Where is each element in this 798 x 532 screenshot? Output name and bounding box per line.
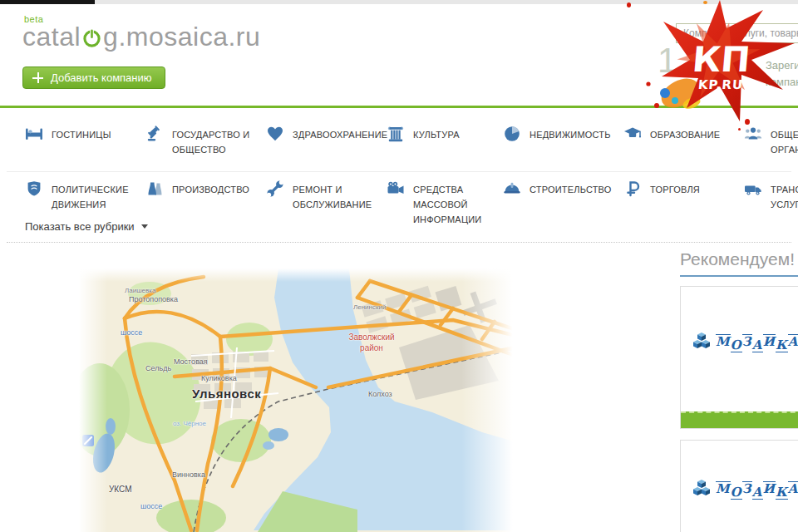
mozaika-logo: МОЗАИКА (691, 477, 798, 504)
dotted-divider (7, 242, 791, 243)
video-camera-icon (387, 180, 405, 198)
category-item-education[interactable]: ОБРАЗОВАНИЕ (623, 125, 735, 143)
city-map[interactable]: Лаишевка Протопоповка шоссе Сельдь Мосто… (79, 268, 520, 532)
bed-icon (25, 125, 43, 143)
map-label-settlement: УКСМ (109, 485, 132, 494)
heart-icon (266, 125, 284, 143)
map-label-settlement: Винновка (172, 470, 205, 479)
show-all-rubrics-link[interactable]: Показать все рубрики (25, 220, 148, 233)
banner-green-strip (681, 411, 798, 428)
category-item-hotels[interactable]: ГОСТИНИЦЫ (25, 125, 136, 143)
category-label: ГОСТИНИЦЫ (52, 125, 136, 143)
gavel-icon (145, 125, 164, 143)
recommend-banner-1[interactable]: МОЗАИКА (680, 286, 798, 429)
map-label-settlement: Мостовая (174, 357, 208, 366)
kp-watermark-text: КП (691, 39, 752, 80)
site-logo[interactable]: catal g.mosaica.ru (22, 23, 260, 50)
show-all-label: Показать все рубрики (25, 220, 135, 233)
category-label: ЗДРАВООХРАНЕНИЕ (293, 125, 377, 143)
category-item-repair[interactable]: РЕМОНТ И ОБСЛУЖИВАНИЕ (266, 180, 377, 212)
category-item-culture[interactable]: КУЛЬТУРА (387, 125, 513, 143)
add-company-label: Добавить компанию (51, 71, 152, 84)
map-canvas (79, 268, 520, 532)
category-item-production[interactable]: ПРОИЗВОДСТВО (145, 180, 257, 198)
mozaika-logo-text: МОЗАИКА (716, 483, 798, 498)
category-label: СТРОИТЕЛЬСТВО (530, 180, 614, 198)
map-label-lake: оз. Чёрное (173, 420, 206, 427)
category-item-healthcare[interactable]: ЗДРАВООХРАНЕНИЕ (266, 125, 377, 143)
map-label-district: Ленинский (353, 303, 386, 311)
category-label: ТОРГОВЛЯ (650, 180, 735, 198)
category-label: КУЛЬТУРА (413, 125, 513, 143)
recommend-banner-2[interactable]: МОЗАИКА (680, 440, 798, 532)
registered-count: 1 (658, 43, 677, 78)
map-label-road: шоссе (140, 502, 162, 510)
map-label-settlement: Колхоз (368, 390, 392, 398)
recommend-underline (680, 275, 798, 277)
page: beta catal g.mosaica.ru Добавить компани… (0, 0, 798, 532)
header-divider (0, 106, 798, 108)
logo-text-right: g.mosaica.ru (103, 23, 260, 50)
category-label: ПОЛИТИЧЕСКИЕ ДВИЖЕНИЯ (52, 180, 136, 212)
kpru-watermark-text: KP.RU (697, 77, 744, 92)
paint-speck (738, 128, 741, 131)
category-item-government[interactable]: ГОСУДАРСТВО И ОБЩЕСТВО (145, 125, 257, 157)
mozaika-logo: МОЗАИКА (691, 330, 798, 357)
category-item-political[interactable]: ПОЛИТИЧЕСКИЕ ДВИЖЕНИЯ (25, 180, 136, 212)
registered-caption: Зарегистрировано компаний (766, 57, 798, 90)
category-label: СРЕДСТВА МАССОВОЙ ИНФОРМАЦИИ (413, 180, 480, 227)
map-label-settlement: Сельдь (145, 364, 171, 372)
category-item-organizations[interactable]: ОБЩЕСТВЕННЫЕ ОРГАНИЗАЦИИ (744, 125, 798, 157)
category-item-trade[interactable]: ТОРГОВЛЯ (623, 180, 735, 198)
ruble-icon (623, 180, 642, 198)
graduation-cap-icon (623, 125, 642, 143)
map-label-city: Ульяновск (192, 387, 261, 401)
map-label-settlement: Куликовка (201, 374, 237, 382)
factory-icon (145, 180, 164, 198)
category-item-realestate[interactable]: НЕДВИЖИМОСТЬ (503, 125, 614, 143)
category-row-divider (7, 171, 791, 172)
category-label: ГОСУДАРСТВО И ОБЩЕСТВО (172, 125, 257, 157)
map-label-settlement: Лаишевка (125, 287, 155, 294)
category-item-construction[interactable]: СТРОИТЕЛЬСТВО (503, 180, 614, 198)
people-icon (744, 125, 762, 143)
category-label: ОБЩЕСТВЕННЫЕ ОРГАНИЗАЦИИ (771, 125, 798, 157)
plus-icon (32, 72, 43, 83)
category-label: ПРОИЗВОДСТВО (172, 180, 257, 198)
wrench-icon (266, 180, 284, 198)
chevron-down-icon (141, 224, 148, 229)
logo-text-left: catal (22, 23, 81, 50)
cubes-icon (691, 477, 712, 504)
search-input[interactable] (676, 23, 798, 43)
helmet-icon (503, 180, 521, 198)
category-label: ОБРАЗОВАНИЕ (650, 125, 735, 143)
top-strip-black (0, 0, 95, 4)
recommend-heading: Рекомендуем! (680, 249, 795, 269)
crest-icon (25, 180, 43, 198)
category-label: НЕДВИЖИМОСТЬ (530, 125, 614, 143)
map-label-settlement: Протопоповка (129, 295, 178, 303)
category-label: РЕМОНТ И ОБСЛУЖИВАНИЕ (293, 180, 377, 212)
category-label: ТРАНСПОРТНЫЕ УСЛУГИ (771, 180, 798, 212)
column-icon (387, 125, 405, 143)
paint-speck (745, 119, 750, 125)
top-strip (0, 0, 798, 4)
pie-chart-icon (503, 125, 521, 143)
category-item-transport[interactable]: ТРАНСПОРТНЫЕ УСЛУГИ (744, 180, 798, 212)
mozaika-logo-text: МОЗАИКА (716, 336, 798, 351)
power-icon (81, 27, 102, 48)
category-item-media[interactable]: СРЕДСТВА МАССОВОЙ ИНФОРМАЦИИ (387, 180, 480, 227)
add-company-button[interactable]: Добавить компанию (22, 66, 165, 89)
map-label-road: шоссе (121, 328, 142, 337)
map-label-district: Заволжский район (345, 332, 398, 353)
cubes-icon (691, 330, 712, 357)
truck-icon (744, 180, 762, 198)
